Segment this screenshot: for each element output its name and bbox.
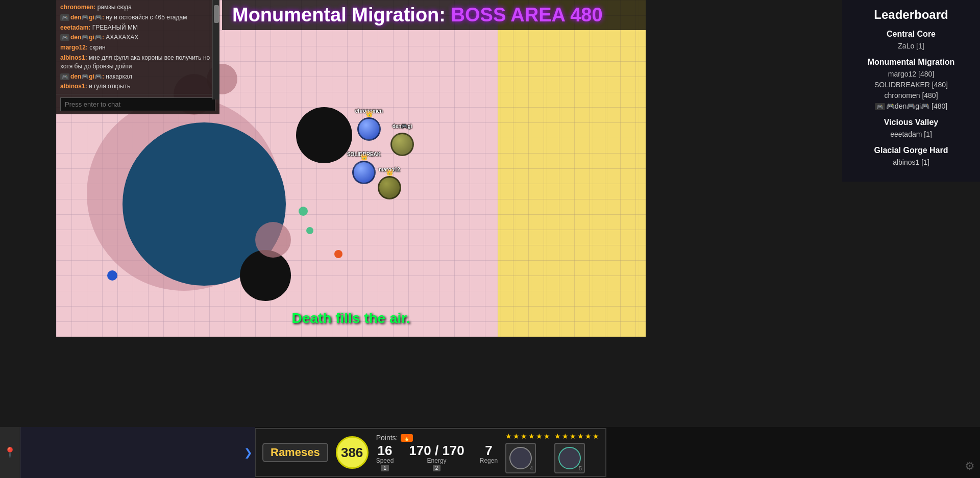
equip-num-4: 4 bbox=[530, 465, 533, 471]
chat-messages: chronomen: рамзы сюда 🎮den🎮gi🎮: ну и ост… bbox=[56, 0, 219, 94]
chat-text-2: ГРЕБАНЫЙ ММ bbox=[92, 24, 138, 31]
star-1-1: ★ bbox=[505, 432, 512, 440]
stat-energy: 170 / 170 Energy 2 bbox=[409, 444, 464, 471]
boss-zone bbox=[498, 0, 646, 337]
circle-black2 bbox=[240, 250, 291, 301]
stats-row: 16 Speed 1 170 / 170 Energy 2 7 Regen bbox=[376, 444, 498, 471]
regen-label: Regen bbox=[480, 457, 498, 464]
equip-slot-5[interactable]: 5 bbox=[554, 443, 585, 473]
dot-teal2 bbox=[306, 227, 313, 234]
chat-sender-3: 🎮den🎮gi🎮: bbox=[60, 34, 106, 41]
gear-icon[interactable]: ⚙ bbox=[965, 460, 975, 473]
star-1-6: ★ bbox=[544, 432, 550, 440]
player-name-badge: Rameses bbox=[262, 443, 328, 462]
leaderboard-panel: Leaderboard Central Core ZaLo [1] Monume… bbox=[842, 0, 980, 182]
equip-slot-4[interactable]: 4 bbox=[505, 443, 536, 473]
game-title: Monumental Migration: BOSS AREA 480 bbox=[232, 4, 635, 26]
lb-entry-2-0: eeetadam [1] bbox=[847, 129, 975, 140]
chat-sender-2: eeetadam: bbox=[60, 24, 92, 31]
equip-inner-5 bbox=[558, 447, 581, 469]
lb-section-title-0: Central Core bbox=[847, 30, 975, 39]
star-1-5: ★ bbox=[536, 432, 543, 440]
player-margo: margo12 👑 bbox=[378, 176, 401, 202]
equip-slots-2: 5 bbox=[554, 443, 599, 473]
player-solid: SOLIDBREAK 👑 bbox=[352, 161, 376, 186]
death-message: Death fills the air. bbox=[292, 310, 410, 326]
chat-message-4: margo12: скрин bbox=[60, 43, 215, 52]
lb-entry-3-0: albinos1 [1] bbox=[847, 157, 975, 168]
stats-area: Points: 🔥 16 Speed 1 170 / 170 Energy 2 … bbox=[376, 434, 498, 471]
chat-message-2: eeetadam: ГРЕБАНЫЙ ММ bbox=[60, 23, 215, 32]
chat-scrollbar[interactable] bbox=[212, 0, 219, 99]
chat-text-1: ну и остовайся с 465 етадам bbox=[106, 14, 187, 21]
star-2-4: ★ bbox=[577, 432, 584, 440]
lb-section-2: Vicious Valley eeetadam [1] bbox=[847, 118, 975, 140]
minimap-arrow[interactable]: ❯ bbox=[244, 446, 253, 459]
location-icon: 📍 bbox=[4, 446, 16, 459]
player-level: 386 bbox=[336, 436, 369, 469]
chat-message-1: 🎮den🎮gi🎮: ну и остовайся с 465 етадам bbox=[60, 13, 215, 22]
chat-message-5: albinos1: мне для фулл ака короны все по… bbox=[60, 54, 215, 71]
chat-icon-1: 🎮 bbox=[60, 14, 69, 21]
player-blob-den bbox=[390, 133, 414, 156]
equip-inner-4 bbox=[509, 447, 532, 469]
lb-section-title-3: Glacial Gorge Hard bbox=[847, 146, 975, 155]
player-den: den🎮gi bbox=[390, 133, 414, 158]
chat-text-6: накаркал bbox=[106, 73, 132, 80]
energy-badge: 2 bbox=[433, 465, 441, 471]
chat-text-7: и гуля открыть bbox=[89, 83, 130, 90]
points-label: Points: bbox=[376, 434, 398, 442]
player-chronomen: chronomen 👑 bbox=[357, 117, 381, 143]
leaderboard-title: Leaderboard bbox=[847, 8, 975, 22]
stat-regen: 7 Regen bbox=[480, 444, 498, 471]
stat-speed: 16 Speed 1 bbox=[376, 444, 394, 471]
title-banner: Monumental Migration: BOSS AREA 480 bbox=[222, 0, 646, 30]
points-icon: 🔥 bbox=[401, 434, 413, 442]
chat-scroll-thumb[interactable] bbox=[214, 5, 219, 23]
minimap-canvas: ❯ bbox=[20, 427, 255, 478]
lb-entry-1-1: SOLIDBREAKER [480] bbox=[847, 80, 975, 90]
points-row: Points: 🔥 bbox=[376, 434, 498, 442]
star-2-5: ★ bbox=[585, 432, 592, 440]
regen-value: 7 bbox=[485, 444, 492, 457]
chat-icon-3: 🎮 bbox=[60, 34, 69, 41]
equip-col-1: ★ ★ ★ ★ ★ ★ 4 bbox=[505, 432, 550, 473]
player-blob-margo bbox=[378, 176, 401, 199]
energy-value: 170 / 170 bbox=[409, 444, 464, 457]
title-highlight: BOSS AREA 480 bbox=[451, 4, 603, 26]
chat-message-0: chronomen: рамзы сюда bbox=[60, 3, 215, 12]
star-1-4: ★ bbox=[528, 432, 535, 440]
player-blob-chronomen bbox=[357, 117, 381, 141]
lb-section-0: Central Core ZaLo [1] bbox=[847, 30, 975, 52]
chat-sender-7: albinos1: bbox=[60, 83, 89, 90]
lb-icon-1-3: 🎮 bbox=[875, 103, 885, 110]
equip-num-5: 5 bbox=[579, 465, 582, 471]
player-hud: Rameses 386 Points: 🔥 16 Speed 1 170 / 1… bbox=[255, 428, 606, 477]
circle-black1 bbox=[296, 107, 352, 163]
chat-sender-1: 🎮den🎮gi🎮: bbox=[60, 14, 106, 21]
chat-input-area bbox=[56, 94, 219, 114]
star-2-3: ★ bbox=[570, 432, 576, 440]
speed-badge: 1 bbox=[381, 465, 389, 471]
lb-entry-1-0: margo12 [480] bbox=[847, 69, 975, 80]
equipment-area: ★ ★ ★ ★ ★ ★ 4 ★ ★ ★ bbox=[505, 432, 599, 473]
stars-row-1: ★ ★ ★ ★ ★ ★ bbox=[505, 432, 550, 440]
lb-section-3: Glacial Gorge Hard albinos1 [1] bbox=[847, 146, 975, 168]
bottom-hud: 📍 ❯ Rameses 386 Points: 🔥 16 Speed 1 170… bbox=[0, 427, 980, 478]
chat-text-4: скрин bbox=[89, 44, 105, 51]
chat-input[interactable] bbox=[60, 97, 215, 111]
lb-section-title-1: Monumental Migration bbox=[847, 58, 975, 67]
lb-section-1: Monumental Migration margo12 [480] SOLID… bbox=[847, 58, 975, 112]
speed-label: Speed bbox=[376, 457, 394, 464]
minimap-icon-area: 📍 bbox=[0, 427, 20, 478]
equip-slots-1: 4 bbox=[505, 443, 550, 473]
chat-sender-6: 🎮den🎮gi🎮: bbox=[60, 73, 106, 80]
lb-section-title-2: Vicious Valley bbox=[847, 118, 975, 127]
dot-blue-sm bbox=[107, 270, 117, 281]
chat-message-6: 🎮den🎮gi🎮: накаркал bbox=[60, 72, 215, 81]
star-2-2: ★ bbox=[562, 432, 569, 440]
lb-entry-1-3: 🎮🎮den🎮gi🎮 [480] bbox=[847, 101, 975, 112]
star-2-1: ★ bbox=[554, 432, 561, 440]
energy-label: Energy bbox=[427, 457, 447, 464]
chat-text-3: АХАХАХАХ bbox=[106, 34, 138, 41]
